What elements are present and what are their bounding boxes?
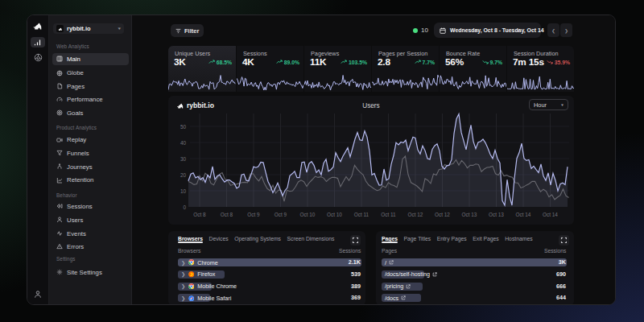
- svg-text:Oct 12: Oct 12: [435, 212, 450, 217]
- svg-text:20: 20: [180, 172, 187, 178]
- svg-text:0: 0: [183, 204, 186, 210]
- svg-text:50: 50: [180, 124, 187, 130]
- svg-text:10: 10: [180, 188, 187, 194]
- svg-text:Oct 8: Oct 8: [193, 212, 206, 217]
- svg-text:Oct 8: Oct 8: [221, 212, 233, 217]
- svg-text:Oct 10: Oct 10: [327, 212, 342, 217]
- svg-text:Oct 11: Oct 11: [354, 212, 369, 217]
- svg-text:Oct 10: Oct 10: [300, 212, 316, 217]
- svg-text:Oct 11: Oct 11: [381, 212, 396, 217]
- svg-text:30: 30: [180, 156, 187, 162]
- svg-text:Oct 13: Oct 13: [462, 212, 477, 217]
- svg-text:Oct 12: Oct 12: [408, 212, 423, 217]
- svg-text:Oct 9: Oct 9: [275, 212, 287, 217]
- svg-text:Oct 9: Oct 9: [247, 212, 260, 217]
- svg-text:Oct 14: Oct 14: [543, 212, 558, 217]
- svg-text:Oct 13: Oct 13: [489, 212, 504, 217]
- svg-text:40: 40: [180, 140, 187, 146]
- svg-text:Oct 14: Oct 14: [516, 212, 531, 217]
